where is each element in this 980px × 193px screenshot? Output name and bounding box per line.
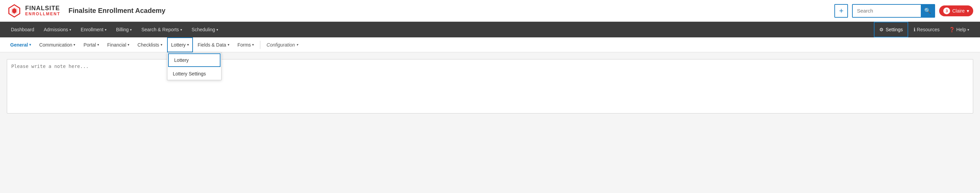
- nav-item-search-reports[interactable]: Search & Reports ▾: [137, 22, 186, 37]
- nav-resources-label: Resources: [917, 27, 940, 32]
- search-icon: 🔍: [924, 8, 931, 14]
- nav-help-label: Help: [956, 27, 966, 32]
- nav-item-enrollment[interactable]: Enrollment ▾: [76, 22, 111, 37]
- nav-enrollment-chevron-icon: ▾: [105, 28, 107, 32]
- user-menu-button[interactable]: 3 Claire ▾: [939, 5, 973, 16]
- subnav-general-label: General: [10, 42, 28, 47]
- nav-billing-label: Billing: [116, 27, 129, 32]
- subnav-divider: [260, 41, 260, 49]
- nav-settings-label: Settings: [886, 27, 903, 32]
- lottery-dropdown-menu: Lottery Lottery Settings: [167, 52, 221, 80]
- subnav-lottery-label: Lottery: [171, 42, 186, 47]
- question-icon: ❓: [949, 27, 955, 32]
- add-button[interactable]: +: [834, 4, 848, 18]
- logo-finalsite-label: FINALSITE: [25, 5, 60, 12]
- logo-enrollment-label: ENROLLMENT: [25, 12, 60, 16]
- nav-resources-button[interactable]: ℹ Resources: [910, 22, 943, 37]
- subnav-portal-chevron-icon: ▾: [97, 43, 99, 47]
- subnav-item-communication[interactable]: Communication ▾: [36, 37, 79, 52]
- subnav-configuration-label: Configuration: [266, 42, 295, 47]
- nav-left: Dashboard Admissions ▾ Enrollment ▾ Bill…: [7, 22, 874, 37]
- nav-item-admissions[interactable]: Admissions ▾: [40, 22, 76, 37]
- nav-admissions-chevron-icon: ▾: [69, 28, 71, 32]
- subnav-fields-data-label: Fields & Data: [198, 42, 226, 47]
- search-box: 🔍: [852, 4, 935, 18]
- subnav-forms-chevron-icon: ▾: [252, 43, 254, 47]
- lottery-dropdown-wrapper: Lottery ▾ Lottery Lottery Settings: [167, 37, 193, 52]
- subnav-lottery-chevron-icon: ▾: [187, 43, 189, 47]
- subnav-item-financial[interactable]: Financial ▾: [104, 37, 133, 52]
- subnav-item-lottery[interactable]: Lottery ▾: [167, 37, 193, 52]
- nav-help-chevron-icon: ▾: [967, 28, 969, 32]
- lottery-dropdown-lottery-label: Lottery: [174, 57, 189, 63]
- nav-help-button[interactable]: ❓ Help ▾: [945, 22, 973, 37]
- nav-item-billing[interactable]: Billing ▾: [112, 22, 136, 37]
- header: FINALSITE ENROLLMENT Finalsite Enrollmen…: [0, 0, 980, 22]
- user-notification-badge: 3: [943, 8, 950, 14]
- gear-icon: ⚙: [879, 27, 884, 32]
- subnav-checklists-label: Checklists: [137, 42, 159, 47]
- subnav-item-configuration[interactable]: Configuration ▾: [263, 37, 301, 52]
- nav-item-scheduling[interactable]: Scheduling ▾: [188, 22, 222, 37]
- main-navbar: Dashboard Admissions ▾ Enrollment ▾ Bill…: [0, 22, 980, 37]
- subnav-item-fields-data[interactable]: Fields & Data ▾: [194, 37, 233, 52]
- user-chevron-icon: ▾: [967, 8, 969, 14]
- subnav-configuration-chevron-icon: ▾: [296, 43, 298, 47]
- nav-dashboard-label: Dashboard: [11, 27, 34, 32]
- nav-settings-button[interactable]: ⚙ Settings: [874, 22, 908, 37]
- lottery-dropdown-settings-label: Lottery Settings: [173, 71, 206, 76]
- app-title: Finalsite Enrollment Academy: [68, 7, 834, 14]
- subnav-forms-label: Forms: [237, 42, 251, 47]
- user-name-label: Claire: [952, 8, 965, 14]
- logo-icon: [7, 3, 22, 18]
- content-area: [0, 52, 980, 122]
- subnav-financial-chevron-icon: ▾: [127, 43, 129, 47]
- subnav-item-general[interactable]: General ▾: [7, 37, 34, 52]
- subnav: General ▾ Communication ▾ Portal ▾ Finan…: [0, 37, 980, 52]
- header-right: + 🔍 3 Claire ▾: [834, 4, 973, 18]
- nav-search-reports-chevron-icon: ▾: [180, 28, 182, 32]
- note-textarea[interactable]: [7, 59, 973, 114]
- lottery-dropdown-item-settings[interactable]: Lottery Settings: [167, 68, 221, 80]
- subnav-communication-chevron-icon: ▾: [73, 43, 75, 47]
- subnav-item-forms[interactable]: Forms ▾: [234, 37, 258, 52]
- nav-right: ⚙ Settings ℹ Resources ❓ Help ▾: [874, 22, 973, 37]
- subnav-communication-label: Communication: [39, 42, 72, 47]
- nav-admissions-label: Admissions: [44, 27, 68, 32]
- search-input[interactable]: [853, 8, 921, 14]
- subnav-financial-label: Financial: [107, 42, 126, 47]
- info-icon: ℹ: [914, 27, 915, 32]
- logo-text: FINALSITE ENROLLMENT: [25, 5, 60, 16]
- search-button[interactable]: 🔍: [921, 4, 934, 18]
- subnav-item-portal[interactable]: Portal ▾: [80, 37, 102, 52]
- nav-item-dashboard[interactable]: Dashboard: [7, 22, 38, 37]
- subnav-checklists-chevron-icon: ▾: [161, 43, 162, 47]
- lottery-dropdown-item-lottery[interactable]: Lottery: [168, 53, 221, 67]
- nav-scheduling-label: Scheduling: [192, 27, 215, 32]
- nav-search-reports-label: Search & Reports: [141, 27, 179, 32]
- nav-scheduling-chevron-icon: ▾: [216, 28, 218, 32]
- nav-enrollment-label: Enrollment: [81, 27, 103, 32]
- subnav-general-chevron-icon: ▾: [29, 43, 31, 47]
- logo-area: FINALSITE ENROLLMENT: [7, 3, 60, 18]
- nav-billing-chevron-icon: ▾: [130, 28, 132, 32]
- subnav-portal-label: Portal: [83, 42, 96, 47]
- subnav-item-checklists[interactable]: Checklists ▾: [134, 37, 166, 52]
- subnav-fields-data-chevron-icon: ▾: [228, 43, 229, 47]
